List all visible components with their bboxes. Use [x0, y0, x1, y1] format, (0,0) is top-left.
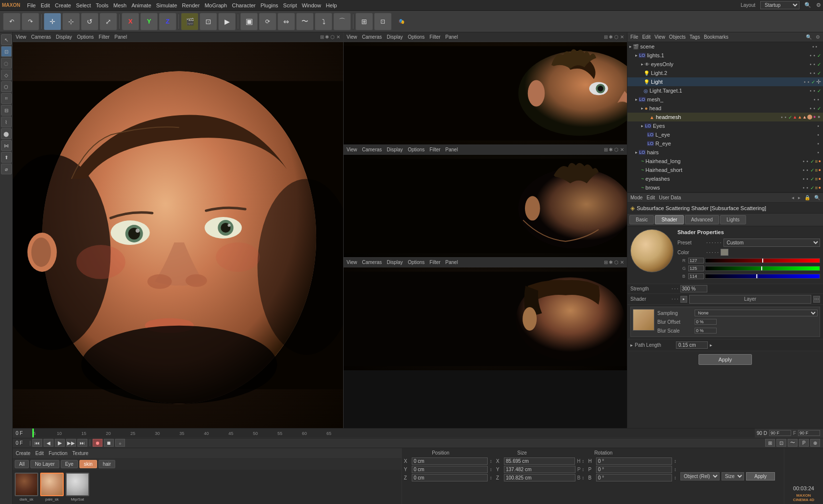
tag-skin[interactable]: skin	[79, 460, 97, 468]
rotate-obj-btn[interactable]: ⟳	[259, 13, 276, 30]
vp-rm-panel[interactable]: Panel	[446, 147, 458, 152]
vp-rm-cameras[interactable]: Cameras	[362, 147, 382, 152]
sm-bookmarks-menu[interactable]: Bookmarks	[704, 34, 728, 40]
sm-edit-menu[interactable]: Edit	[642, 34, 650, 40]
y-axis-btn[interactable]: Y	[140, 13, 158, 30]
tree-item-eyelashes[interactable]: ~ eyelashes • • ✓ ≡ ●	[627, 174, 823, 183]
bottom-create-menu[interactable]: Create	[16, 451, 30, 456]
strength-input[interactable]	[680, 285, 707, 292]
end-frame-input[interactable]	[798, 430, 820, 436]
tag-no-layer[interactable]: No Layer	[30, 460, 59, 468]
preset-dropdown[interactable]: Custom	[723, 239, 820, 247]
menu-character[interactable]: Character	[232, 2, 255, 8]
rot-b-input[interactable]	[596, 474, 672, 481]
vp-cameras-menu[interactable]: Cameras	[31, 34, 51, 40]
material-mipsat[interactable]: Mip/Sat	[66, 473, 89, 502]
vp-rt-view[interactable]: View	[347, 34, 357, 40]
vp-panel-menu[interactable]: Panel	[115, 34, 127, 40]
viewport-right-top[interactable]: View Cameras Display Options Filter Pane…	[344, 32, 627, 145]
vp-rb-view[interactable]: View	[347, 260, 357, 265]
menu-window[interactable]: Window	[302, 2, 321, 8]
attr-edit-menu[interactable]: Edit	[647, 195, 655, 200]
play-btn[interactable]: ▶	[55, 439, 65, 447]
attr-back-icon[interactable]: ◂	[792, 195, 794, 200]
viewport-right-bot[interactable]: View Cameras Display Options Filter Pane…	[344, 258, 627, 370]
pos-y-input[interactable]	[412, 466, 488, 473]
menu-create[interactable]: Create	[55, 2, 71, 8]
blur-scale-input[interactable]	[695, 328, 717, 334]
bend-btn[interactable]: ⌒	[333, 13, 351, 30]
menu-tools[interactable]: Tools	[96, 2, 109, 8]
vp-rb-display[interactable]: Display	[387, 260, 403, 265]
shader-expand-btn[interactable]: ▸	[680, 296, 687, 303]
select-tool[interactable]: ✛	[44, 13, 61, 30]
smooth-tool[interactable]: ⌀	[1, 164, 12, 174]
vp-rb-filter[interactable]: Filter	[429, 260, 440, 265]
tag-eye[interactable]: Eye	[61, 460, 78, 468]
layout-dropdown[interactable]: Startup	[760, 1, 799, 9]
tree-item-light2[interactable]: 💡 Light.2 • • ✓	[627, 69, 823, 77]
vp-display-menu[interactable]: Display	[56, 34, 72, 40]
polygon-tool[interactable]: ◇	[1, 70, 12, 80]
render-interactive-btn[interactable]: ▶	[218, 13, 236, 30]
menu-animate[interactable]: Animate	[131, 2, 151, 8]
bottom-edit-menu[interactable]: Edit	[35, 451, 44, 456]
vp-rb-panel[interactable]: Panel	[446, 260, 458, 265]
size-mode-dropdown[interactable]: Size	[722, 472, 744, 480]
vp-rm-filter[interactable]: Filter	[429, 147, 440, 152]
start-frame-input[interactable]	[769, 430, 791, 436]
tree-item-hairshort[interactable]: ~ Hairhead_short • • ✓ ≡ ●	[627, 166, 823, 174]
knife-tool[interactable]: ⌗	[1, 93, 12, 104]
vp-rb-options[interactable]: Options	[408, 260, 424, 265]
play-fwd-btn[interactable]: ▶▶	[66, 439, 76, 447]
rotate-tool[interactable]: ↺	[81, 13, 99, 30]
b-value-input[interactable]	[688, 273, 704, 279]
tree-item-head[interactable]: ▸ ● head • • ✓	[627, 104, 823, 113]
attr-search-icon[interactable]: 🔍	[814, 195, 820, 200]
tree-item-lighttarget[interactable]: ◎ Light.Target.1 • • ✓	[627, 86, 823, 95]
rot-p-input[interactable]	[596, 466, 672, 473]
tree-item-lights1[interactable]: ▸ LO lights.1 • • ✓	[627, 51, 823, 60]
layout-btn2[interactable]: ⊡	[374, 13, 392, 30]
sm-file-menu[interactable]: File	[630, 34, 638, 40]
tree-item-leye[interactable]: LO L_eye •	[627, 130, 823, 139]
cube-btn[interactable]: ▣	[240, 13, 258, 30]
magnet-tool[interactable]: ⌇	[1, 117, 12, 127]
tree-item-hairlong[interactable]: ~ Hairhead_long • • ✓ ≡ ●	[627, 157, 823, 166]
vp-rm-display[interactable]: Display	[387, 147, 403, 152]
shader-dots-btn[interactable]: ⋯	[813, 296, 820, 303]
vp-view-menu[interactable]: View	[16, 34, 26, 40]
go-start-btn[interactable]: ⏮	[32, 439, 42, 447]
tag-hair[interactable]: hair	[99, 460, 116, 468]
vp-rt-display[interactable]: Display	[387, 34, 403, 40]
keyframe-btn[interactable]: ⬦	[115, 439, 125, 447]
lasso-tool[interactable]: ◌	[1, 58, 12, 69]
path-length-input[interactable]	[676, 341, 708, 349]
tree-item-brows[interactable]: ~ brows • • ✓ ≡ ●	[627, 183, 823, 192]
redo-button[interactable]: ↷	[22, 13, 39, 30]
sm-objects-menu[interactable]: Objects	[669, 34, 686, 40]
attr-userdata-menu[interactable]: User Data	[659, 195, 681, 200]
x-axis-btn[interactable]: X	[122, 13, 139, 30]
sm-filter-icon[interactable]: ⚙	[816, 34, 820, 40]
tree-item-eyes[interactable]: ▸ LO Eyes •	[627, 121, 823, 130]
size-y-input[interactable]	[504, 466, 575, 473]
sampling-dropdown[interactable]: None	[695, 310, 818, 316]
tab-lights[interactable]: Lights	[720, 215, 746, 224]
menu-edit[interactable]: Edit	[41, 2, 50, 8]
sm-search-icon[interactable]: 🔍	[806, 34, 812, 40]
vp-rm-view[interactable]: View	[347, 147, 357, 152]
path-length-slider-icon[interactable]: ▸	[710, 342, 712, 348]
tree-item-eyesonly[interactable]: ▸ 👁 eyesOnly • • ✓	[627, 60, 823, 69]
rot-h-input[interactable]	[596, 457, 672, 465]
size-z-input[interactable]	[504, 474, 575, 481]
vp-rb-cameras[interactable]: Cameras	[362, 260, 382, 265]
transform-apply-btn[interactable]: Apply	[746, 472, 775, 480]
pointer-tool[interactable]: ↖	[1, 34, 12, 45]
vp-rt-panel[interactable]: Panel	[446, 34, 458, 40]
mirror-btn[interactable]: ⇔	[277, 13, 295, 30]
extrude-tool[interactable]: ⬡	[1, 81, 12, 92]
tab-shader[interactable]: Shader	[655, 215, 683, 224]
stop-btn[interactable]: ⏹	[104, 439, 114, 447]
vp-rm-options[interactable]: Options	[408, 147, 424, 152]
